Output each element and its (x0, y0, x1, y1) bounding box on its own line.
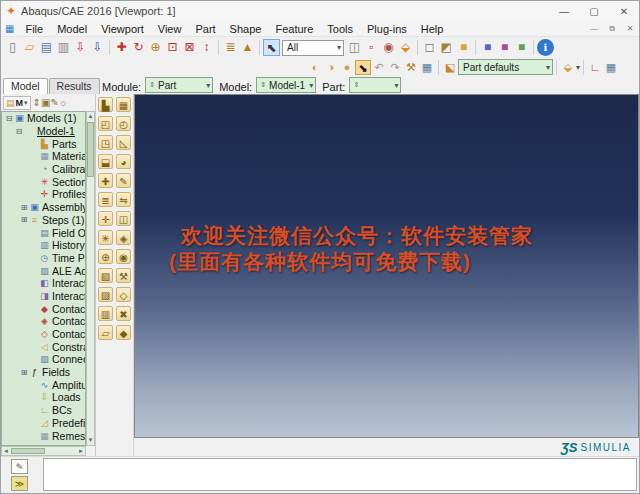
tools-icon[interactable]: ✖ (116, 306, 131, 321)
create-solid-revolve-icon[interactable]: ◴ (116, 116, 131, 131)
select-intersect-icon[interactable]: ◐ (307, 60, 323, 75)
menu-view[interactable]: View (151, 23, 189, 35)
select-single-icon[interactable]: ● (339, 60, 355, 75)
scroll-down-icon[interactable]: ▼ (88, 436, 94, 445)
display-group-tool-icon[interactable]: ◆ (116, 325, 131, 340)
edit-feature-icon[interactable]: ✎ (116, 173, 131, 188)
tree-horizontal-scrollbar[interactable]: ◄ ► (1, 446, 86, 456)
pick-arrow-icon[interactable]: ⬊ (355, 60, 371, 75)
tree-item-steps[interactable]: ⊞ ≡ Steps (1) (2, 214, 85, 227)
query-icon[interactable]: ⚒ (403, 60, 419, 75)
close-button[interactable]: ✕ (609, 6, 639, 17)
minimize-button[interactable]: — (549, 6, 579, 17)
shaded-render-icon[interactable]: ■ (455, 39, 472, 56)
attachment-points-icon[interactable]: ◈ (116, 230, 131, 245)
scroll-left-icon[interactable]: ◄ (2, 448, 10, 454)
mdi-close-button[interactable]: ✕ (621, 24, 639, 34)
rotate-view-icon[interactable]: ↻ (130, 39, 147, 56)
tab-model[interactable]: Model (3, 78, 48, 94)
create-blend-icon[interactable]: ◕ (116, 154, 131, 169)
tree-item-contact-controls[interactable]: ◆ Contact C (2, 302, 85, 315)
tree-item-predefined-fields[interactable]: ◿ Predefine (2, 417, 85, 430)
menu-part[interactable]: Part (188, 23, 222, 35)
hidden-line-render-icon[interactable]: ◩ (438, 39, 455, 56)
viewport-window-icon[interactable]: ▦ (419, 60, 435, 75)
menu-file[interactable]: File (18, 23, 50, 35)
selection-filter-dropdown[interactable]: All ▾ (282, 40, 344, 56)
display-group-box-icon[interactable]: ▫ (363, 39, 380, 56)
auto-fit-view-icon[interactable]: ⊠ (181, 39, 198, 56)
redo-icon[interactable]: ↷ (387, 60, 403, 75)
tree-item-fields[interactable]: ⊞ ƒ Fields (2, 366, 85, 379)
mirror-part-icon[interactable]: ⇋ (116, 192, 131, 207)
scroll-right-icon[interactable]: ► (77, 448, 85, 454)
tree-item-calibrations[interactable]: ◔ Calibratio (2, 163, 85, 176)
color-code-dropdown[interactable]: Part defaults ▾ (458, 59, 553, 75)
create-wire-icon[interactable]: ◺ (116, 135, 131, 150)
add-feature-icon[interactable]: ✚ (98, 173, 113, 188)
geometry-edit-icon[interactable]: ▥ (98, 306, 113, 321)
menu-help[interactable]: Help (414, 23, 451, 35)
annotation-window-icon[interactable]: ▦ (603, 60, 619, 75)
mdi-minimize-button[interactable]: — (585, 24, 603, 34)
tree-item-profiles[interactable]: ✛ Profiles (2, 188, 85, 201)
tree-item-interactions[interactable]: ◧ Interactio (2, 277, 85, 290)
tree-item-sections[interactable]: ✳ Sections (2, 175, 85, 188)
import-icon[interactable]: ⇩ (89, 39, 106, 56)
menu-plugins[interactable]: Plug-ins (360, 23, 414, 35)
create-set-icon[interactable]: ◉ (116, 249, 131, 264)
tree-item-contact-initializations[interactable]: ◈ Contact I (2, 315, 85, 328)
tree-item-amplitudes[interactable]: ∿ Amplitud (2, 378, 85, 391)
tree-vertical-scrollbar[interactable]: ▲ ▼ (86, 111, 95, 446)
replace-displayed-icon[interactable]: ◫ (346, 39, 363, 56)
xyz-point-icon[interactable]: ✳ (98, 230, 113, 245)
box-zoom-icon[interactable]: ⊡ (164, 39, 181, 56)
model-database-selector[interactable]: ▤M▾ (3, 96, 31, 110)
tree-item-field-output[interactable]: ▤ Field Out (2, 226, 85, 239)
tree-item-assembly[interactable]: ⊞ ▣ Assembly (2, 201, 85, 214)
tree-item-bcs[interactable]: ∟ BCs (2, 404, 85, 417)
viewport-canvas[interactable]: 欢迎关注微信公众号：软件安装管家 (里面有各种软件均可免费下载) (134, 94, 639, 438)
green-cube-icon[interactable]: ■ (513, 39, 530, 56)
color-code-icon[interactable]: ⬕ (442, 60, 458, 75)
display-group-cube-icon[interactable]: ⬙ (397, 39, 414, 56)
filter-icon[interactable]: ✎ (50, 97, 58, 108)
manage-features-icon[interactable]: ≣ (98, 192, 113, 207)
expand-toggle-icon[interactable]: ⊞ (19, 215, 29, 224)
mdi-restore-button[interactable]: ⧉ (603, 24, 621, 34)
pan-view-icon[interactable]: ✚ (113, 39, 130, 56)
display-group-links-icon[interactable]: ◉ (380, 39, 397, 56)
message-area[interactable] (43, 458, 637, 491)
reference-point-icon[interactable]: ⊕ (98, 249, 113, 264)
repair-geometry-icon[interactable]: ⚒ (116, 268, 131, 283)
create-shell-icon[interactable]: ◳ (98, 135, 113, 150)
tree-item-history-output[interactable]: ▥ History C (2, 239, 85, 252)
menu-model[interactable]: Model (50, 23, 94, 35)
expand-toggle-icon[interactable]: ⊞ (19, 368, 29, 377)
virtual-topology-icon[interactable]: ▨ (98, 287, 113, 302)
create-cut-icon[interactable]: ⬓ (98, 154, 113, 169)
expand-toggle-icon[interactable]: ⊞ (19, 203, 29, 212)
model-dropdown[interactable]: ⇕ Model-1 ▾ (256, 77, 316, 93)
chevron-down-icon[interactable]: ▾ (576, 63, 580, 72)
partition-icon[interactable]: ◫ (116, 211, 131, 226)
command-line-tab[interactable]: ≫ (11, 476, 28, 491)
sketch-icon[interactable]: ▦ (116, 97, 131, 112)
purple-cube-icon[interactable]: ■ (496, 39, 513, 56)
blue-cube-icon[interactable]: ■ (479, 39, 496, 56)
tree-item-loads[interactable]: ⇩ Loads (2, 391, 85, 404)
expand-toggle-icon[interactable]: ⊟ (4, 114, 14, 123)
tree-item-constraints[interactable]: ◁ Constrain (2, 340, 85, 353)
attach-icon[interactable]: ⇩ (72, 39, 89, 56)
create-datum-icon[interactable]: ✛ (98, 211, 113, 226)
tips-icon[interactable]: ☼ (59, 97, 68, 108)
scrollbar-thumb[interactable] (87, 122, 94, 177)
new-model-icon[interactable]: ▯ (4, 39, 21, 56)
create-part-icon[interactable]: ▙ (98, 97, 113, 112)
print-icon[interactable]: ▥ (55, 39, 72, 56)
cycle-views-icon[interactable]: ↕ (198, 39, 215, 56)
tree-item-time-points[interactable]: ◷ Time Poi (2, 252, 85, 265)
scroll-up-icon[interactable]: ▲ (88, 112, 94, 121)
surface-icon[interactable]: ▧ (98, 268, 113, 283)
geometry-diagnostics-icon[interactable]: ◇ (116, 287, 131, 302)
